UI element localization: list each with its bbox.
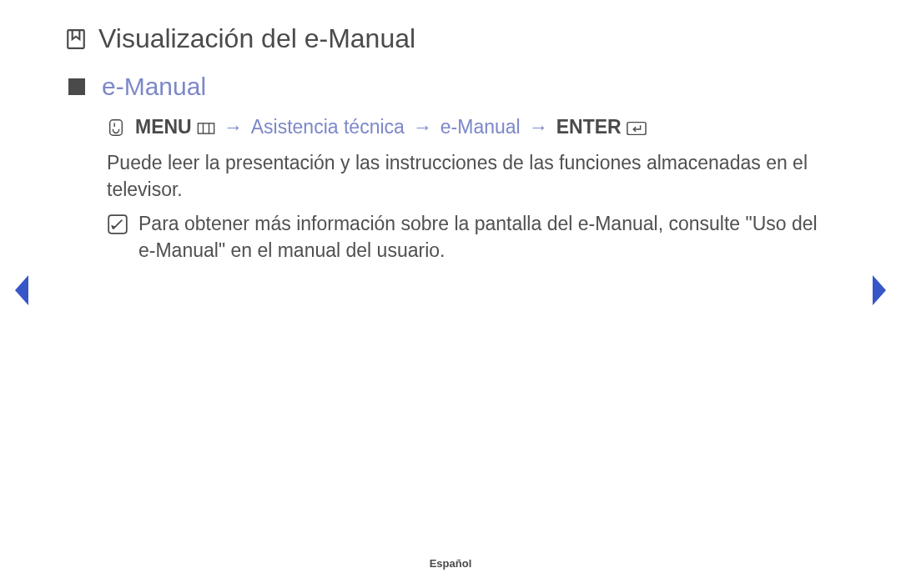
nav-arrow-3: → bbox=[526, 116, 551, 138]
previous-page-button[interactable] bbox=[12, 274, 32, 310]
page-container: Visualización del e-Manual e-Manual MENU… bbox=[0, 0, 901, 264]
section-subtitle: e-Manual bbox=[102, 73, 206, 101]
menu-grid-icon bbox=[197, 116, 215, 138]
nav-path-emanual: e-Manual bbox=[440, 116, 521, 138]
square-bullet-icon bbox=[68, 78, 85, 95]
nav-path-asistencia: Asistencia técnica bbox=[251, 116, 405, 138]
enter-return-icon bbox=[627, 116, 647, 138]
svg-marker-8 bbox=[873, 275, 886, 305]
next-page-button[interactable] bbox=[869, 274, 889, 310]
nav-enter-label: ENTER bbox=[556, 116, 622, 138]
navigation-path: MENU → Asistencia técnica → e-Manual → E… bbox=[107, 116, 836, 138]
title-row: Visualización del e-Manual bbox=[65, 23, 836, 54]
svg-rect-5 bbox=[627, 123, 646, 135]
bookmark-outline-icon bbox=[65, 28, 87, 50]
footer-language: Español bbox=[0, 557, 901, 570]
remote-hand-icon bbox=[107, 118, 125, 137]
note-pencil-icon bbox=[107, 214, 128, 235]
note-text: Para obtener más información sobre la pa… bbox=[138, 211, 836, 264]
nav-menu-label: MENU bbox=[135, 116, 192, 138]
subtitle-row: e-Manual bbox=[65, 73, 836, 101]
body-paragraph: Puede leer la presentación y las instruc… bbox=[107, 150, 836, 203]
nav-arrow-1: → bbox=[220, 116, 246, 138]
svg-marker-7 bbox=[15, 275, 28, 305]
svg-rect-0 bbox=[68, 30, 84, 48]
note-row: Para obtener más información sobre la pa… bbox=[107, 211, 836, 264]
svg-rect-2 bbox=[198, 123, 214, 133]
page-title: Visualización del e-Manual bbox=[98, 23, 415, 54]
nav-arrow-2: → bbox=[410, 116, 435, 138]
